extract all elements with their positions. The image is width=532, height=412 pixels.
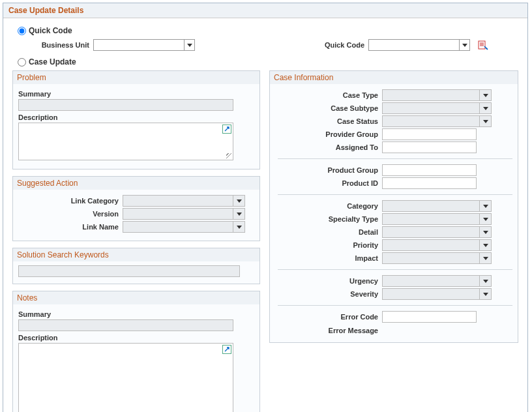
severity-input[interactable] bbox=[382, 288, 480, 300]
divider bbox=[278, 269, 512, 270]
business-unit-input[interactable] bbox=[93, 39, 185, 51]
resize-grip-icon[interactable] bbox=[226, 153, 231, 158]
error-code-input[interactable] bbox=[382, 311, 477, 323]
chevron-down-icon bbox=[237, 226, 242, 229]
chevron-down-icon bbox=[237, 199, 242, 203]
business-unit-dropdown-button[interactable] bbox=[185, 39, 195, 51]
provider-group-label: Provider Group bbox=[278, 130, 382, 138]
notes-summary-label: Summary bbox=[18, 310, 254, 318]
expand-icon[interactable] bbox=[222, 345, 231, 354]
notes-description-textarea[interactable] bbox=[19, 344, 233, 412]
case-type-dropdown-button[interactable] bbox=[480, 89, 492, 101]
impact-input[interactable] bbox=[382, 252, 480, 264]
quick-code-label: Quick Code bbox=[306, 41, 364, 49]
panel-body: Quick Code Business Unit Quick Code bbox=[3, 18, 527, 412]
specialty-type-label: Specialty Type bbox=[278, 215, 382, 223]
case-type-label: Case Type bbox=[278, 91, 382, 99]
quick-code-radio-row: Quick Code bbox=[18, 26, 518, 35]
detail-input[interactable] bbox=[382, 226, 480, 238]
suggested-action-section: Suggested Action Link Category Version bbox=[12, 176, 260, 241]
expand-icon[interactable] bbox=[222, 125, 231, 134]
quick-code-radio-label: Quick Code bbox=[29, 26, 72, 35]
link-category-input[interactable] bbox=[123, 195, 233, 207]
link-name-label: Link Name bbox=[18, 223, 123, 231]
link-category-dropdown-button[interactable] bbox=[233, 195, 245, 207]
case-update-radio-row: Case Update bbox=[18, 57, 518, 66]
problem-section: Problem Summary Description bbox=[12, 70, 260, 169]
chevron-down-icon bbox=[237, 213, 242, 216]
case-subtype-label: Case Subtype bbox=[278, 104, 382, 112]
divider bbox=[278, 194, 512, 195]
specialty-type-input[interactable] bbox=[382, 213, 480, 225]
case-update-details-panel: Case Update Details Quick Code Business … bbox=[3, 3, 528, 412]
priority-dropdown-button[interactable] bbox=[480, 239, 492, 251]
case-type-input[interactable] bbox=[382, 89, 480, 101]
priority-input[interactable] bbox=[382, 239, 480, 251]
case-update-radio-label: Case Update bbox=[29, 57, 76, 66]
problem-summary-label: Summary bbox=[18, 90, 254, 98]
urgency-label: Urgency bbox=[278, 277, 382, 285]
case-subtype-input[interactable] bbox=[382, 102, 480, 114]
solution-search-section: Solution Search Keywords bbox=[12, 248, 260, 284]
assigned-to-label: Assigned To bbox=[278, 143, 382, 151]
category-input[interactable] bbox=[382, 200, 480, 212]
assigned-to-input[interactable] bbox=[382, 141, 477, 153]
chevron-down-icon bbox=[462, 44, 467, 47]
provider-group-input[interactable] bbox=[382, 128, 477, 140]
left-column: Problem Summary Description bbox=[12, 70, 260, 412]
business-unit-field: Business Unit bbox=[31, 39, 195, 51]
impact-dropdown-button[interactable] bbox=[480, 252, 492, 264]
specialty-type-dropdown-button[interactable] bbox=[480, 213, 492, 225]
urgency-dropdown-button[interactable] bbox=[480, 275, 492, 287]
notes-title: Notes bbox=[13, 291, 259, 304]
severity-dropdown-button[interactable] bbox=[480, 288, 492, 300]
product-group-input[interactable] bbox=[382, 164, 477, 176]
version-input[interactable] bbox=[123, 208, 233, 220]
solution-search-title: Solution Search Keywords bbox=[13, 248, 259, 261]
notes-section: Notes Summary Description bbox=[12, 291, 260, 412]
severity-label: Severity bbox=[278, 290, 382, 298]
detail-label: Detail bbox=[278, 228, 382, 236]
version-label: Version bbox=[18, 210, 123, 218]
business-unit-label: Business Unit bbox=[31, 41, 89, 49]
problem-summary-input[interactable] bbox=[18, 99, 233, 111]
case-update-radio[interactable] bbox=[18, 58, 26, 66]
case-status-dropdown-button[interactable] bbox=[480, 115, 492, 127]
suggested-action-title: Suggested Action bbox=[13, 177, 259, 190]
impact-label: Impact bbox=[278, 254, 382, 262]
link-name-dropdown-button[interactable] bbox=[233, 221, 245, 233]
panel-title: Case Update Details bbox=[3, 3, 527, 18]
case-information-section: Case Information Case Type Case Subtype … bbox=[269, 70, 518, 343]
solution-search-input[interactable] bbox=[18, 265, 240, 277]
chevron-down-icon bbox=[483, 293, 488, 296]
product-id-input[interactable] bbox=[382, 177, 477, 189]
category-dropdown-button[interactable] bbox=[480, 200, 492, 212]
notes-summary-input[interactable] bbox=[18, 319, 233, 331]
chevron-down-icon bbox=[483, 218, 488, 221]
quick-code-dropdown-button[interactable] bbox=[460, 39, 470, 51]
chevron-down-icon bbox=[483, 280, 488, 283]
version-dropdown-button[interactable] bbox=[233, 208, 245, 220]
quick-code-input[interactable] bbox=[368, 39, 460, 51]
svg-rect-0 bbox=[479, 41, 485, 49]
category-label: Category bbox=[278, 202, 382, 210]
urgency-input[interactable] bbox=[382, 275, 480, 287]
chevron-down-icon bbox=[483, 94, 488, 97]
case-status-label: Case Status bbox=[278, 117, 382, 125]
divider bbox=[278, 305, 512, 306]
problem-description-textarea[interactable] bbox=[19, 123, 233, 160]
link-name-input[interactable] bbox=[123, 221, 233, 233]
quick-code-lookup-icon[interactable] bbox=[478, 40, 488, 50]
case-subtype-dropdown-button[interactable] bbox=[480, 102, 492, 114]
priority-label: Priority bbox=[278, 241, 382, 249]
error-code-label: Error Code bbox=[278, 313, 382, 321]
problem-description-label: Description bbox=[18, 113, 254, 121]
detail-dropdown-button[interactable] bbox=[480, 226, 492, 238]
notes-description-label: Description bbox=[18, 334, 254, 342]
chevron-down-icon bbox=[483, 231, 488, 234]
quick-code-field: Quick Code bbox=[306, 39, 488, 51]
quick-code-radio[interactable] bbox=[18, 27, 26, 35]
case-status-input[interactable] bbox=[382, 115, 480, 127]
case-information-title: Case Information bbox=[270, 71, 518, 84]
two-column-layout: Problem Summary Description bbox=[12, 70, 518, 412]
